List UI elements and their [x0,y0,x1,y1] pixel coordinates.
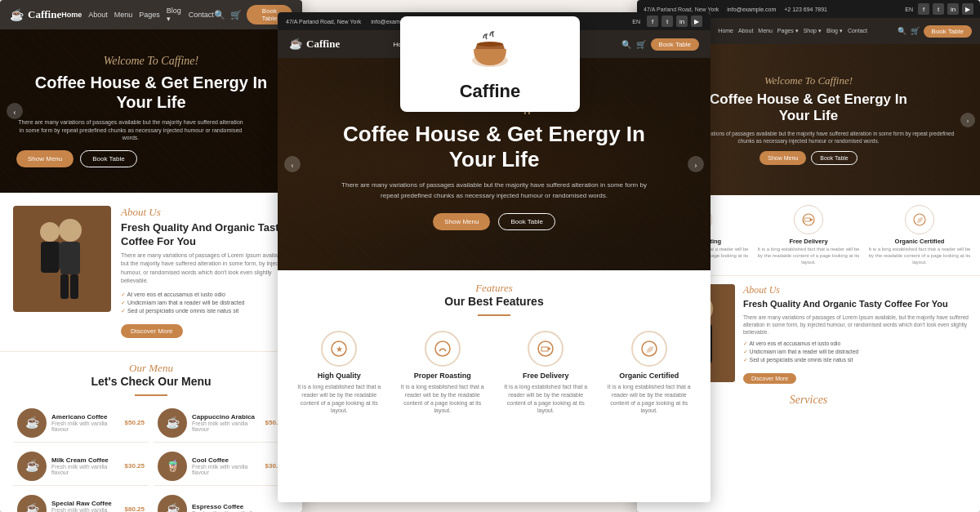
right-show-menu-button[interactable]: Show Menu [760,151,806,165]
menu-divider [135,394,167,396]
book-table-hero-button[interactable]: Book Table [80,150,136,167]
logo-cup-icon [460,26,521,81]
center-hero-content: Welcome To Caffine! Coffee House & Get E… [339,98,649,230]
menu-thumb: ☕ [158,495,187,512]
right-social-icons: f t in ▶ [918,3,973,15]
nav-home[interactable]: Home [61,11,82,19]
right-nav-links: Home About Menu Pages ▾ Shop ▾ Blog ▾ Co… [718,28,867,34]
right-yt-icon[interactable]: ▶ [962,3,973,15]
svg-text:★: ★ [336,345,343,354]
features-label: Features [291,282,697,295]
right-nav-blog[interactable]: Blog ▾ [826,28,843,34]
right-about-text: About Us Fresh Quality And Organic Tasty… [743,284,972,384]
menu-item: ☕ Milk Cream Coffee Fresh milk with vani… [13,447,149,486]
svg-point-0 [59,219,82,242]
facebook-icon[interactable]: f [647,16,658,27]
center-show-menu-button[interactable]: Show Menu [433,213,490,230]
lang-text: EN [632,19,640,24]
center-search-icon[interactable]: 🔍 [621,40,631,49]
nav-pages[interactable]: Pages [139,11,160,19]
nav-menu[interactable]: Menu [114,11,133,19]
center-brand: ☕ Caffine [289,38,340,51]
menu-item-price: $50.25 [125,419,145,426]
proper-roasting-icon [425,331,461,367]
feature-name-delivery: Free Delivery [501,372,591,380]
high-quality-icon: ★ [321,331,357,367]
left-hero: Welcome To Caffine! Coffee House & Get E… [0,29,302,193]
center-hero-desc: There are many variations of passages av… [339,180,649,202]
right-nav-shop[interactable]: Shop ▾ [804,28,822,34]
right-nav-about[interactable]: About [738,28,753,34]
search-icon[interactable]: 🔍 [214,10,225,20]
right-nav-home[interactable]: Home [718,28,733,34]
discover-more-button[interactable]: Discover More [121,324,183,338]
menu-thumb: ☕ [158,408,187,438]
right-nav-pages[interactable]: Pages ▾ [777,28,799,34]
right-nav-contact[interactable]: Contact [848,28,867,34]
feature-desc-roasting: It is a long established fact that a rea… [398,383,488,415]
center-nav-right: 🔍 🛒 Book Table [621,38,699,51]
menu-title: Let's Check Our Menu [13,375,289,388]
left-navbar: ☕ Caffine Home About Menu Pages Blog ▾ C… [0,0,302,29]
left-about-section: About Us Fresh Quality And Organic Tasty… [0,193,302,351]
svg-rect-6 [41,242,59,273]
center-book-button[interactable]: Book Table [651,38,699,51]
menu-item-price: $80.25 [125,505,145,512]
right-feature-desc-delivery: It is a long established fact that a rea… [756,247,861,265]
features-title: Our Best Features [291,295,697,308]
center-cart-icon[interactable]: 🛒 [636,40,646,49]
feature-desc-delivery: It is a long established fact that a rea… [501,383,591,415]
brand-cup-icon: ☕ [10,8,24,22]
feature-card-delivery: Free Delivery It is a long established f… [497,324,595,421]
right-nav-menu[interactable]: Menu [758,28,773,34]
nav-contact[interactable]: Contact [189,11,214,19]
right-discover-button[interactable]: Discover More [743,373,796,384]
center-book-table-button[interactable]: Book Table [498,213,555,230]
right-in-icon[interactable]: in [947,3,959,15]
show-menu-button[interactable]: Show Menu [16,150,74,167]
center-next-arrow[interactable]: › [688,156,704,172]
right-book-button[interactable]: Book Table [924,25,972,38]
menu-item: ☕ Espresso Coffee Fresh milk with vanill… [154,491,289,512]
feature-desc-organic: It is a long established fact that a rea… [604,383,695,415]
features-grid: ★ High Quality It is a long established … [291,324,697,421]
about-list: At vero eos et accusamus et iusto odio U… [121,291,289,315]
nav-about[interactable]: About [88,11,108,19]
menu-thumb: 🧋 [158,452,187,481]
twitter-icon[interactable]: t [662,16,673,27]
right-search-icon[interactable]: 🔍 [898,27,906,35]
feature-name-roasting: Proper Roasting [398,372,488,380]
right-next-arrow[interactable]: › [960,113,975,127]
menu-item: 🧋 Cool Coffee Fresh milk with vanilla fl… [154,447,289,486]
left-menu-section: Our Menu Let's Check Our Menu ☕ American… [0,351,302,512]
right-feature-desc-organic: It is a long established fact that a rea… [867,247,972,265]
nav-blog[interactable]: Blog ▾ [167,7,182,23]
center-brand-name: Caffine [306,38,340,51]
menu-item: ☕ Cappuccino Arabica Fresh milk with van… [154,404,289,443]
about-desc: There are many variations of passages of… [121,252,289,286]
left-hero-buttons: Show Menu Book Table [16,150,286,167]
right-book-table-button[interactable]: Book Table [811,151,858,165]
svg-point-5 [40,222,60,242]
youtube-icon[interactable]: ▶ [691,16,702,27]
center-hero-title: Coffee House & Get Energy InYour Life [339,122,649,172]
address-text: 47/A Parland Road, New York [286,19,361,24]
center-hero-buttons: Show Menu Book Table [339,213,649,230]
cart-icon[interactable]: 🛒 [230,10,242,20]
svg-rect-3 [70,274,78,299]
right-email: info@example.com [727,7,776,12]
menu-grid: ☕ Americano Coffee Fresh milk with vanil… [13,404,289,512]
right-cart-icon[interactable]: 🛒 [911,27,920,35]
right-about-label: About Us [743,284,972,296]
linkedin-icon[interactable]: in [676,16,688,27]
feature-name-quality: High Quality [294,372,385,380]
left-nav-links: Home About Menu Pages Blog ▾ Contact [61,7,214,23]
social-icons: f t in ▶ [647,16,702,27]
right-phone: +2 123 694 7891 [784,7,827,12]
about-label: About Us [121,206,289,219]
menu-item-desc: Fresh milk with vanilla flavour [51,421,120,432]
center-prev-arrow[interactable]: ‹ [284,156,301,172]
right-tw-icon[interactable]: t [933,3,944,15]
right-fb-icon[interactable]: f [918,3,929,15]
menu-item-name: Espresso Coffee [192,503,280,510]
